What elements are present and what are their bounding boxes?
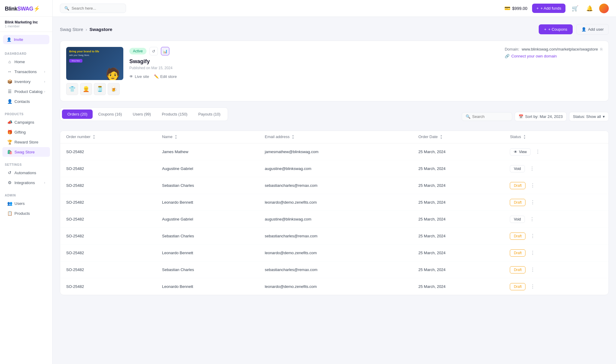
tab-payouts[interactable]: Payouts (10) (193, 110, 226, 119)
sort-arrows: ▲ ▼ (523, 134, 526, 140)
tabs-bar: Orders (20) Coupons (16) Users (99) Prod… (60, 107, 228, 121)
table-row: SO-25482 Sebastian Charles sebastianchar… (60, 177, 608, 194)
table-row: SO-25482 Augustine Gabriel augustine@bli… (60, 211, 608, 228)
plus-icon: + (544, 27, 547, 32)
sidebar-item-product-catalog[interactable]: ☰ Product Catalog › (2, 87, 50, 96)
balance-amount: $999.00 (512, 6, 528, 11)
cell-email: sebastiancharles@remax.com (259, 228, 412, 245)
sort-arrows: ▲ ▼ (93, 134, 95, 140)
row-menu-button[interactable]: ⋮ (528, 232, 537, 240)
sort-button[interactable]: 📅 Sort by: Mar 24, 2023 (515, 112, 567, 121)
cell-date: 25 March, 2024 (412, 245, 504, 261)
edit-store-link[interactable]: ✏️ Edit store (154, 74, 177, 79)
sidebar-item-users[interactable]: 👥 Users (2, 199, 50, 208)
cell-email: augustine@blinkswag.com (259, 160, 412, 177)
eye-icon: 👁 (514, 150, 517, 154)
cell-order-number: SO-25482 (60, 194, 156, 211)
row-menu-button[interactable]: ⋮ (528, 181, 537, 190)
status-filter-label: Status: Show all (573, 114, 601, 119)
status-badge-draft: Draft (510, 199, 525, 206)
sidebar-item-automations[interactable]: ↺ Automations (2, 168, 50, 177)
row-menu-button[interactable]: ⋮ (528, 249, 537, 257)
table-search[interactable]: 🔍 (462, 112, 512, 121)
coupons-button[interactable]: + + Coupons (539, 24, 573, 34)
sidebar-item-home[interactable]: ⌂ Home (2, 57, 50, 66)
status-badge-draft: Draft (510, 283, 525, 290)
status-badge-void: Void (510, 165, 525, 172)
search-input[interactable] (72, 6, 122, 11)
row-menu-button[interactable]: ⋮ (533, 148, 543, 156)
home-icon: ⌂ (7, 59, 12, 64)
sidebar-item-swag-store[interactable]: 🛍️ Swag Store (2, 147, 50, 157)
status-badge: Active (129, 48, 146, 54)
store-card: Bring your brand to life with your Swag … (60, 41, 609, 101)
products-icon: 📋 (7, 211, 12, 216)
row-menu-button[interactable]: ⋮ (528, 282, 537, 291)
cell-email: leonardo@demo.zenefits.com (259, 278, 412, 295)
link-icon: 🔗 (505, 54, 510, 58)
banner-subtitle: with your Swag Store. (69, 54, 105, 57)
tab-products[interactable]: Products (150) (156, 110, 193, 119)
tab-users[interactable]: Users (99) (127, 110, 156, 119)
cell-date: 25 March, 2024 (412, 228, 504, 245)
live-site-link[interactable]: 👁 Live site (129, 74, 149, 79)
status-filter-button[interactable]: Status: Show all ▾ (569, 112, 609, 121)
cart-icon[interactable]: 🛒 (570, 4, 580, 13)
store-chart-button[interactable]: 📊 (161, 47, 169, 55)
inventory-icon: 📦 (7, 79, 12, 84)
store-links: 👁 Live site ✏️ Edit store (129, 74, 493, 79)
sidebar-item-products[interactable]: 📋 Products (2, 208, 50, 218)
sidebar-item-contacts[interactable]: 👤 Contacts (2, 97, 50, 106)
row-menu-button[interactable]: ⋮ (528, 266, 537, 274)
cell-date: 25 March, 2024 (412, 143, 504, 160)
add-user-button[interactable]: 👤 Add user (576, 24, 609, 35)
connect-domain-link[interactable]: 🔗 Connect your own domain (505, 54, 602, 58)
table-body: SO-25482 James Mathew jamesmathew@blinks… (60, 143, 608, 295)
status-badge-view[interactable]: 👁 View (510, 148, 531, 156)
thumbnail-1: 👱 (80, 83, 92, 95)
chevron-right-icon: › (44, 181, 45, 184)
cell-order-number: SO-25482 (60, 278, 156, 295)
chevron-right-icon: › (44, 90, 45, 93)
sidebar-item-inventory[interactable]: 📦 Inventory › (2, 77, 50, 86)
cell-email: augustine@blinkswag.com (259, 211, 412, 228)
row-menu-button[interactable]: ⋮ (527, 215, 537, 223)
reward-icon: 🏆 (7, 140, 12, 144)
user-icon: 👤 (7, 37, 11, 42)
row-menu-button[interactable]: ⋮ (527, 165, 537, 173)
row-menu-button[interactable]: ⋮ (528, 198, 537, 206)
col-order-number: Order number ▲ ▼ (60, 131, 156, 143)
cell-name: Leonardo Bennett (156, 194, 259, 211)
store-banner: Bring your brand to life with your Swag … (66, 47, 123, 80)
sidebar-item-reward-store[interactable]: 🏆 Reward Store (2, 137, 50, 147)
logo: BlinkSWAG⚡ (0, 0, 52, 17)
table-row: SO-25482 Leonardo Bennett leonardo@demo.… (60, 194, 608, 211)
campaigns-icon: 📣 (7, 120, 12, 125)
search-bar[interactable]: 🔍 (60, 4, 126, 13)
sidebar-item-gifting[interactable]: 🎁 Gifting (2, 127, 50, 137)
tab-coupons[interactable]: Coupons (16) (93, 110, 127, 119)
user-avatar[interactable] (599, 4, 609, 13)
status-badge-draft: Draft (510, 266, 525, 273)
copy-icon[interactable]: ⎘ (600, 47, 602, 51)
breadcrumb-separator: › (86, 27, 87, 32)
store-share-button[interactable]: ↺ (149, 47, 158, 55)
tab-orders[interactable]: Orders (20) (62, 110, 93, 119)
add-funds-button[interactable]: + + Add funds (532, 4, 565, 13)
sort-label: Sort by: Mar 24, 2023 (525, 114, 563, 119)
sort-arrows: ▲ ▼ (292, 134, 294, 140)
notifications-icon[interactable]: 🔔 (585, 4, 594, 13)
sidebar-item-integrations[interactable]: ⚙ Integrations › (2, 178, 50, 187)
transactions-icon: ↔ (7, 69, 12, 74)
cell-order-number: SO-25482 (60, 245, 156, 261)
breadcrumb-current: Swagstore (90, 27, 112, 32)
banner-person: 🧑 (105, 68, 120, 80)
invite-button[interactable]: 👤 Invite (3, 35, 49, 44)
settings-section: SETTINGS ↺ Automations ⚙ Integrations › (0, 158, 52, 189)
sidebar-item-campaigns[interactable]: 📣 Campaigns (2, 117, 50, 127)
status-badge-draft: Draft (510, 249, 525, 257)
sidebar-item-transactions[interactable]: ↔ Transactions › (2, 67, 50, 76)
cell-name: Augustine Gabriel (156, 211, 259, 228)
cell-order-number: SO-25482 (60, 177, 156, 194)
table-search-input[interactable] (472, 114, 508, 119)
